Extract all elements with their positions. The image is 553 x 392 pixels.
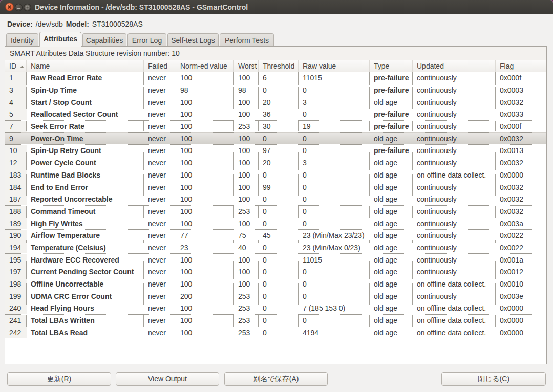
column-header-type[interactable]: Type (370, 60, 413, 72)
cell-flag: 0x0000 (496, 302, 546, 314)
column-header-flag[interactable]: Flag (496, 60, 546, 72)
column-header-threshold[interactable]: Threshold (259, 60, 299, 72)
cell-type: old age (370, 290, 413, 302)
cell-flag: 0x0033 (496, 108, 546, 120)
column-header-updated[interactable]: Updated (413, 60, 496, 72)
cell-normed_value: 100 (176, 254, 234, 266)
cell-normed_value: 77 (176, 230, 234, 242)
attribute-row-187[interactable]: 187Reported Uncorrectablenever10010000ol… (5, 193, 546, 205)
cell-name: High Fly Writes (27, 217, 144, 229)
cell-updated: on offline data collect. (413, 302, 496, 314)
attribute-row-1[interactable]: 1Raw Read Error Ratenever100100611015pre… (5, 72, 546, 84)
attribute-row-190[interactable]: 190Airflow Temperaturenever77754523 (Min… (5, 229, 546, 242)
close-window-icon[interactable] (5, 3, 14, 13)
cell-threshold: 0 (259, 133, 299, 144)
column-header-norm-ed-value[interactable]: Norm-ed value (176, 60, 234, 72)
cell-updated: continuously (413, 96, 496, 108)
cell-threshold: 20 (259, 157, 299, 169)
cell-type: old age (370, 96, 413, 108)
cell-failed: never (144, 181, 176, 193)
cell-flag: 0x0000 (496, 326, 546, 338)
cell-normed_value: 100 (176, 206, 234, 217)
attribute-row-184[interactable]: 184End to End Errornever100100990old age… (5, 181, 546, 193)
column-header-worst[interactable]: Worst (234, 60, 259, 72)
cell-flag: 0x001a (496, 254, 546, 266)
cell-id: 241 (5, 315, 27, 326)
cell-worst: 253 (234, 302, 259, 314)
cell-worst: 100 (234, 181, 259, 193)
attribute-row-5[interactable]: 5Reallocated Sector Countnever100100360p… (5, 108, 546, 120)
maximize-window-icon[interactable] (24, 4, 31, 13)
tab-perform-tests[interactable]: Perform Tests (220, 33, 274, 47)
cell-flag: 0x0032 (496, 181, 546, 193)
column-header-id[interactable]: ID (5, 60, 27, 72)
cell-id: 195 (5, 254, 27, 266)
tab-error-log[interactable]: Error Log (127, 33, 166, 47)
cell-normed_value: 100 (176, 278, 234, 290)
attribute-row-10[interactable]: 10Spin-Up Retry Countnever100100970pre-f… (5, 144, 546, 157)
cell-raw_value: 0 (299, 84, 370, 96)
close-button[interactable]: 閉じる(C) (441, 372, 546, 386)
save-as-button[interactable]: 別名で保存(A) (224, 372, 328, 386)
cell-updated: continuously (413, 133, 496, 144)
table-header: IDNameFailedNorm-ed valueWorstThresholdR… (5, 60, 546, 72)
attribute-row-183[interactable]: 183Runtime Bad Blocksnever10010000old ag… (5, 169, 546, 181)
attribute-row-199[interactable]: 199UDMA CRC Error Countnever20025300old … (5, 290, 546, 302)
view-output-button[interactable]: View Output (116, 372, 219, 386)
cell-updated: continuously (413, 121, 496, 133)
cell-threshold: 0 (259, 326, 299, 338)
cell-raw_value: 0 (299, 181, 370, 193)
attribute-row-241[interactable]: 241Total LBAs Writtennever10025300old ag… (5, 314, 546, 326)
cell-name: Seek Error Rate (27, 121, 144, 133)
attribute-row-3[interactable]: 3Spin-Up Timenever989800pre-failureconti… (5, 84, 546, 96)
refresh-button[interactable]: 更新(R) (7, 372, 111, 386)
cell-id: 12 (5, 157, 27, 169)
cell-name: UDMA CRC Error Count (27, 290, 144, 302)
cell-id: 187 (5, 193, 27, 205)
attribute-row-242[interactable]: 242Total LBAs Readnever10025304194old ag… (5, 326, 546, 338)
cell-threshold: 99 (259, 181, 299, 193)
column-header-failed[interactable]: Failed (144, 60, 176, 72)
attribute-row-12[interactable]: 12Power Cycle Countnever100100203old age… (5, 157, 546, 169)
minimize-window-icon[interactable] (15, 4, 23, 13)
cell-flag: 0x0013 (496, 145, 546, 157)
cell-type: pre-failure (370, 108, 413, 120)
attribute-row-189[interactable]: 189High Fly Writesnever10010000old ageco… (5, 217, 546, 229)
cell-normed_value: 100 (176, 108, 234, 120)
cell-type: pre-failure (370, 145, 413, 157)
column-header-name[interactable]: Name (27, 60, 144, 72)
cell-raw_value: 0 (299, 266, 370, 278)
cell-failed: never (144, 217, 176, 229)
cell-updated: continuously (413, 157, 496, 169)
attribute-row-9[interactable]: 9Power-On Timenever10010000old agecontin… (5, 132, 546, 144)
cell-normed_value: 98 (176, 84, 234, 96)
tab-self-test-logs[interactable]: Self-test Logs (167, 33, 219, 47)
attribute-row-195[interactable]: 195Hardware ECC Recoverednever1001000110… (5, 253, 546, 266)
cell-normed_value: 100 (176, 326, 234, 338)
tab-capabilities[interactable]: Capabilities (82, 33, 126, 47)
attribute-row-188[interactable]: 188Command Timeoutnever10025300old ageco… (5, 205, 546, 217)
attribute-row-7[interactable]: 7Seek Error Ratenever1002533019pre-failu… (5, 120, 546, 133)
attribute-row-4[interactable]: 4Start / Stop Countnever100100203old age… (5, 96, 546, 108)
attribute-row-198[interactable]: 198Offline Uncorrectablenever10010000old… (5, 278, 546, 290)
tab-identity[interactable]: Identity (6, 33, 38, 47)
cell-failed: never (144, 254, 176, 266)
cell-failed: never (144, 72, 176, 84)
cell-threshold: 36 (259, 108, 299, 120)
cell-failed: never (144, 108, 176, 120)
cell-threshold: 45 (259, 230, 299, 242)
column-header-raw-value[interactable]: Raw value (299, 60, 370, 72)
cell-type: pre-failure (370, 84, 413, 96)
cell-failed: never (144, 326, 176, 338)
cell-failed: never (144, 84, 176, 96)
cell-raw_value: 0 (299, 278, 370, 290)
window-title: Device Information - /dev/sdb: ST3100052… (35, 0, 248, 14)
cell-worst: 100 (234, 193, 259, 205)
tab-attributes[interactable]: Attributes (39, 32, 81, 47)
attribute-row-197[interactable]: 197Current Pending Sector Countnever1001… (5, 266, 546, 278)
cell-threshold: 0 (259, 266, 299, 278)
cell-name: Power-On Time (27, 133, 144, 144)
cell-name: Spin-Up Time (27, 84, 144, 96)
attribute-row-240[interactable]: 240Head Flying Hoursnever10025307 (185 1… (5, 302, 546, 314)
attribute-row-194[interactable]: 194Temperature (Celsius)never2340023 (Mi… (5, 242, 546, 254)
